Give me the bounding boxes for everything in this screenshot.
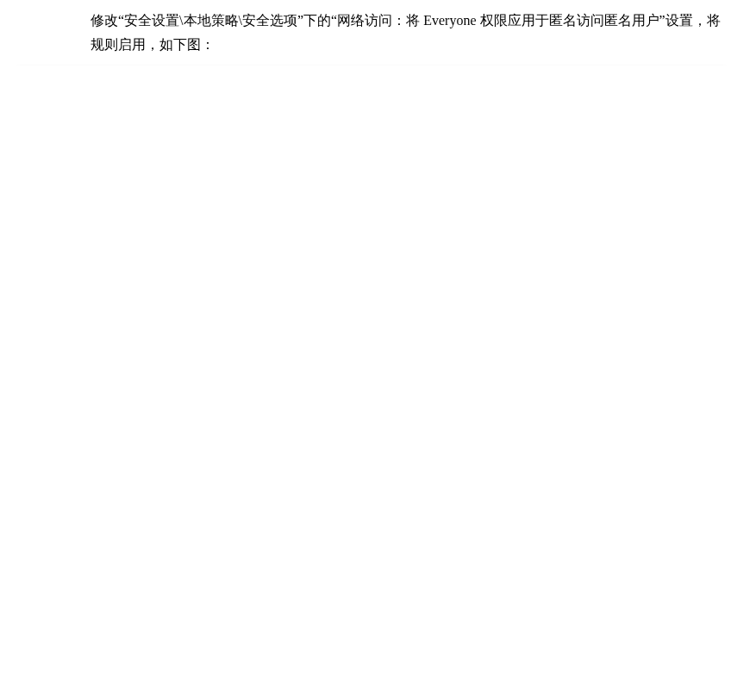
doc-intro-text: 修改“安全设置\本地策略\安全选项”下的“网络访问：将 Everyone 权限应… [0, 0, 743, 66]
